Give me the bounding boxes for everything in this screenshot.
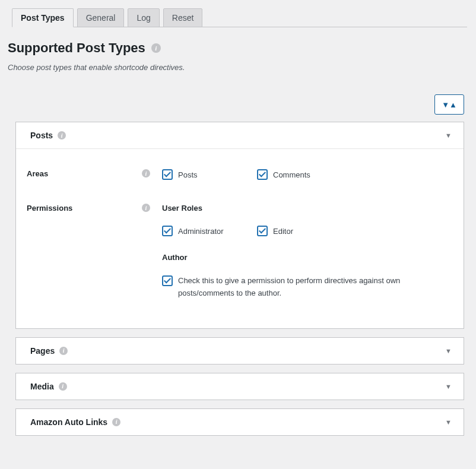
- field-permissions: Permissions i User Roles Administrator E…: [27, 204, 449, 300]
- tabs-nav: Post Types General Log Reset: [12, 8, 467, 27]
- toggle-all-wrap: ▼▲: [12, 94, 464, 115]
- chevron-up-icon: ▲: [449, 100, 457, 109]
- user-roles-heading: User Roles: [162, 204, 449, 213]
- chevron-down-icon: ▼: [442, 100, 449, 109]
- chevron-down-icon: ▼: [445, 347, 452, 354]
- checkbox-posts-label: Posts: [178, 170, 198, 179]
- info-icon[interactable]: i: [58, 131, 66, 140]
- panel-media-title: Media: [30, 382, 54, 391]
- page-description: Choose post types that enable shortcode …: [8, 63, 464, 72]
- checkbox-author[interactable]: [162, 275, 173, 286]
- tab-reset[interactable]: Reset: [163, 8, 203, 27]
- panel-amazon: Amazon Auto Links i ▼: [15, 408, 464, 436]
- panel-pages: Pages i ▼: [15, 337, 464, 365]
- panel-header-left: Amazon Auto Links i: [30, 417, 120, 427]
- field-label-col: Permissions i: [27, 204, 162, 300]
- checkbox-administrator[interactable]: [162, 226, 173, 236]
- tab-log[interactable]: Log: [128, 8, 159, 27]
- checkbox-comments-label: Comments: [273, 170, 310, 179]
- info-icon[interactable]: i: [59, 347, 68, 355]
- checkbox-editor-label: Editor: [273, 227, 293, 236]
- panel-header-left: Posts i: [30, 131, 66, 140]
- panel-posts-header[interactable]: Posts i ▼: [16, 122, 464, 148]
- areas-checkbox-row: Posts Comments: [162, 169, 449, 180]
- panel-posts: Posts i ▼ Areas i Posts Comments: [15, 122, 464, 329]
- page-title-wrap: Supported Post Types i: [8, 40, 464, 56]
- panel-media: Media i ▼: [15, 373, 464, 400]
- panel-header-left: Pages i: [30, 346, 68, 356]
- author-desc-row: Check this to give a permission to perfo…: [162, 275, 449, 300]
- field-areas: Areas i Posts Comments: [27, 169, 449, 180]
- author-heading: Author: [162, 253, 449, 262]
- roles-checkbox-row: Administrator Editor: [162, 226, 449, 236]
- tab-general[interactable]: General: [77, 8, 125, 27]
- chevron-down-icon: ▼: [445, 132, 452, 139]
- checkbox-posts[interactable]: [162, 169, 173, 180]
- panel-posts-body: Areas i Posts Comments Permission: [16, 148, 464, 328]
- info-icon[interactable]: i: [59, 382, 67, 391]
- author-desc-text: Check this to give a permission to perfo…: [178, 275, 449, 300]
- tab-post-types[interactable]: Post Types: [12, 8, 74, 27]
- checkbox-administrator-label: Administrator: [178, 227, 224, 236]
- permissions-label: Permissions: [27, 204, 72, 213]
- checkbox-item-administrator: Administrator: [162, 226, 257, 236]
- panel-header-left: Media i: [30, 382, 67, 391]
- areas-label: Areas: [27, 169, 48, 178]
- info-icon[interactable]: i: [112, 418, 120, 426]
- checkbox-editor[interactable]: [257, 226, 268, 236]
- checkbox-item-posts: Posts: [162, 169, 257, 180]
- page-title: Supported Post Types: [8, 40, 145, 56]
- panel-amazon-title: Amazon Auto Links: [30, 417, 107, 427]
- info-icon[interactable]: i: [142, 169, 150, 178]
- info-icon[interactable]: i: [151, 43, 161, 53]
- panel-pages-title: Pages: [30, 346, 55, 356]
- checkbox-comments[interactable]: [257, 169, 268, 180]
- author-block: Author Check this to give a permission t…: [162, 253, 449, 300]
- areas-content: Posts Comments: [162, 169, 449, 180]
- info-icon[interactable]: i: [142, 204, 150, 212]
- panel-pages-header[interactable]: Pages i ▼: [16, 338, 464, 364]
- checkbox-item-editor: Editor: [257, 226, 352, 236]
- panel-posts-title: Posts: [30, 131, 53, 140]
- toggle-all-button[interactable]: ▼▲: [434, 94, 464, 115]
- chevron-down-icon: ▼: [445, 419, 452, 426]
- checkbox-item-comments: Comments: [257, 169, 352, 180]
- panel-media-header[interactable]: Media i ▼: [16, 373, 464, 400]
- chevron-down-icon: ▼: [445, 383, 452, 390]
- field-label-col: Areas i: [27, 169, 162, 180]
- panel-amazon-header[interactable]: Amazon Auto Links i ▼: [16, 409, 464, 435]
- permissions-content: User Roles Administrator Editor Author: [162, 204, 449, 300]
